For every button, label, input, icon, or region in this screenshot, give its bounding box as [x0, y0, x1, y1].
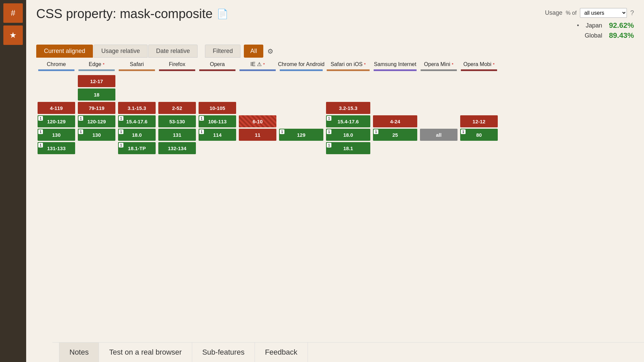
browser-name-safari: Safari — [130, 61, 144, 67]
grid-row-5: 1131-133118.1-TP132-134118.1 — [36, 141, 634, 155]
column-headers: ChromeEdge *SafariFirefoxOperaIE ⚠ *Chro… — [36, 61, 634, 72]
browser-bar-opera — [199, 69, 235, 71]
bottom-tab-test-on-a-real-browser[interactable]: Test on a real browser — [99, 343, 192, 362]
cell-r0-c1[interactable]: 12-17 — [78, 75, 115, 87]
grid-row-1: 18 — [36, 88, 634, 101]
usage-select[interactable]: all users my users — [580, 8, 627, 18]
cell-r4-c0[interactable]: 1130 — [38, 129, 75, 141]
cell-r5-c0[interactable]: 1131-133 — [38, 142, 75, 154]
grid-row-2: 4-11979-1193.1-15.32-5210-1053.2-15.3 — [36, 101, 634, 115]
cell-r2-c4[interactable]: 10-105 — [199, 102, 236, 114]
cell-r4-c2[interactable]: 118.0 — [118, 129, 156, 141]
note-badge: 1 — [327, 143, 331, 147]
tab-usage-relative[interactable]: Usage relative — [94, 45, 148, 58]
cell-r1-c1[interactable]: 18 — [78, 88, 115, 101]
cell-r2-c1[interactable]: 79-119 — [78, 102, 115, 114]
help-icon[interactable]: ? — [630, 9, 634, 17]
tab-all[interactable]: All — [244, 45, 263, 58]
browser-bar-samsung — [374, 69, 417, 71]
cell-r1-c8 — [373, 88, 417, 101]
note-badge: 1 — [119, 143, 123, 147]
hash-icon: # — [11, 8, 15, 18]
star-icon: ★ — [9, 31, 17, 40]
browser-name-opera-mobi: Opera Mobi * — [463, 61, 494, 67]
cell-r5-c8 — [373, 142, 417, 154]
cell-r3-c2[interactable]: 115.4-17.6 — [118, 115, 156, 127]
cell-r5-c6 — [279, 142, 323, 154]
browser-bar-edge — [78, 69, 115, 71]
browser-header-opera-mobi: Opera Mobi * — [459, 61, 499, 72]
browser-header-samsung: Samsung Internet — [372, 61, 419, 72]
browser-name-samsung: Samsung Internet — [374, 61, 416, 67]
cell-r1-c10 — [460, 88, 498, 101]
header: CSS property: mask-composite 📄 Usage % o… — [26, 0, 644, 43]
bottom-tab-feedback[interactable]: Feedback — [255, 343, 308, 362]
tab-date-relative[interactable]: Date relative — [148, 45, 198, 58]
browser-header-ie: IE ⚠ * — [237, 61, 278, 72]
cell-r2-c3[interactable]: 2-52 — [158, 102, 196, 114]
sidebar: # ★ — [0, 0, 26, 362]
tab-current-aligned[interactable]: Current aligned — [36, 45, 93, 58]
browser-name-chrome-android: Chrome for Android — [278, 61, 325, 67]
grid-rows: 12-17184-11979-1193.1-15.32-5210-1053.2-… — [36, 74, 634, 155]
settings-icon[interactable]: ⚙ — [267, 47, 273, 55]
cell-r3-c7[interactable]: 115.4-17.6 — [326, 115, 370, 127]
note-badge: 1 — [38, 129, 43, 134]
grid-row-0: 12-17 — [36, 74, 634, 88]
cell-r2-c7[interactable]: 3.2-15.3 — [326, 102, 370, 114]
sidebar-star-button[interactable]: ★ — [3, 25, 23, 45]
cell-r4-c7[interactable]: 118.0 — [326, 129, 370, 141]
tab-filtered[interactable]: Filtered — [205, 45, 240, 58]
cell-r4-c6[interactable]: 1129 — [279, 129, 323, 141]
browser-header-safari-ios: Safari on iOS * — [325, 61, 372, 72]
sidebar-hash-button[interactable]: # — [3, 3, 23, 23]
browser-bar-safari — [119, 69, 155, 71]
cell-r3-c5[interactable]: 6-10 — [239, 115, 276, 127]
browser-header-opera: Opera — [197, 61, 237, 72]
cell-r1-c7 — [326, 88, 370, 101]
cell-r0-c4 — [199, 75, 236, 87]
cell-r3-c3[interactable]: 53-130 — [158, 115, 196, 127]
bottom-tab-sub-features[interactable]: Sub-features — [192, 343, 255, 362]
cell-r5-c3[interactable]: 132-134 — [158, 142, 196, 154]
cell-r2-c0[interactable]: 4-119 — [38, 102, 75, 114]
browser-bar-opera-mini — [421, 69, 457, 71]
cell-r3-c0[interactable]: 1120-129 — [38, 115, 75, 127]
cell-r0-c5 — [239, 75, 276, 87]
cell-r4-c1[interactable]: 1130 — [78, 129, 115, 141]
cell-r4-c3[interactable]: 131 — [158, 129, 196, 141]
cell-r5-c7[interactable]: 118.1 — [326, 142, 370, 154]
browser-header-firefox: Firefox — [157, 61, 197, 72]
title-text: CSS property: mask-composite — [36, 7, 213, 21]
bottom-tabs: NotesTest on a real browserSub-featuresF… — [52, 342, 644, 362]
browser-header-edge: Edge * — [76, 61, 117, 72]
cell-r4-c5[interactable]: 11 — [239, 129, 276, 141]
browser-header-chrome-android: Chrome for Android — [278, 61, 325, 72]
cell-r3-c4[interactable]: 1106-113 — [199, 115, 236, 127]
note-badge: 1 — [119, 129, 123, 134]
usage-panel: Usage % of all users my users ? • Japan … — [545, 7, 634, 40]
browser-grid: ChromeEdge *SafariFirefoxOperaIE ⚠ *Chro… — [26, 58, 644, 155]
browser-bar-safari-ios — [327, 69, 370, 71]
japan-bullet: • — [577, 22, 579, 29]
cell-r3-c10[interactable]: 12-12 — [460, 115, 498, 127]
cell-r0-c2 — [118, 75, 156, 87]
cell-r0-c7 — [326, 75, 370, 87]
note-badge: 1 — [461, 129, 466, 134]
cell-r4-c4[interactable]: 1114 — [199, 129, 236, 141]
cell-r4-c8[interactable]: 125 — [373, 129, 417, 141]
browser-name-opera: Opera — [210, 61, 225, 67]
bottom-tab-notes[interactable]: Notes — [59, 343, 99, 362]
cell-r4-c9[interactable]: all — [420, 129, 458, 141]
browser-name-firefox: Firefox — [169, 61, 185, 67]
cell-r5-c2[interactable]: 118.1-TP — [118, 142, 156, 154]
cell-r0-c8 — [373, 75, 417, 87]
cell-r3-c1[interactable]: 1120-129 — [78, 115, 115, 127]
cell-r5-c4 — [199, 142, 236, 154]
cell-r2-c2[interactable]: 3.1-15.3 — [118, 102, 156, 114]
browser-name-ie: IE ⚠ * — [250, 61, 265, 67]
cell-r0-c0 — [38, 75, 75, 87]
cell-r4-c10[interactable]: 180 — [460, 129, 498, 141]
cell-r3-c9 — [420, 115, 458, 127]
cell-r3-c8[interactable]: 4-24 — [373, 115, 417, 127]
